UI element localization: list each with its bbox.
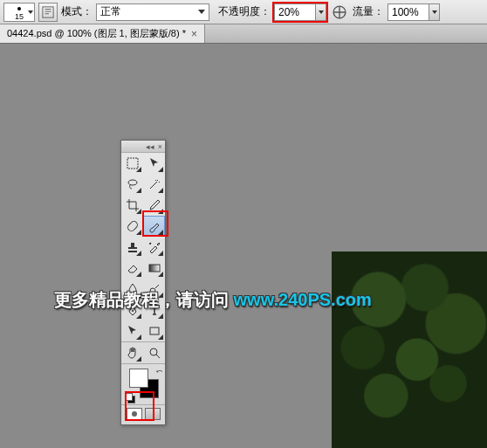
chevron-down-icon <box>28 10 33 14</box>
eyedropper-tool[interactable] <box>143 195 165 216</box>
brush-preset-picker[interactable]: 15 <box>3 3 35 22</box>
blend-mode-select[interactable]: 正常 <box>96 3 209 21</box>
collapse-icon[interactable]: ◂◂ <box>146 142 154 151</box>
eraser-tool[interactable] <box>121 258 143 279</box>
move-tool[interactable] <box>143 153 165 174</box>
tools-grid <box>121 153 165 363</box>
lasso-tool[interactable] <box>121 174 143 195</box>
close-icon[interactable]: × <box>191 28 197 40</box>
screen-mode-row <box>121 405 165 424</box>
magic-wand-tool[interactable] <box>143 174 165 195</box>
document-tab-bar: 04424.psd @ 100% (图层 1, 图层蒙版/8) * × <box>0 24 487 44</box>
magnifier-icon <box>147 346 161 360</box>
chevron-down-icon <box>198 10 205 14</box>
tablet-pressure-icon <box>330 3 349 22</box>
brush-dot-icon <box>17 7 21 10</box>
canvas-area: ◂◂ × ⤺ <box>0 44 487 448</box>
color-swatches[interactable]: ⤺ <box>121 364 167 404</box>
document-tab[interactable]: 04424.psd @ 100% (图层 1, 图层蒙版/8) * × <box>0 24 205 43</box>
screen-mode-toggle[interactable] <box>145 408 161 420</box>
tools-panel-header[interactable]: ◂◂ × <box>121 141 165 153</box>
healing-brush-tool[interactable] <box>121 216 143 237</box>
default-colors-icon[interactable] <box>125 393 134 402</box>
hand-tool[interactable] <box>121 342 143 363</box>
crop-tool[interactable] <box>121 195 143 216</box>
svg-rect-8 <box>150 327 159 334</box>
quickmask-toggle[interactable] <box>127 408 142 420</box>
canvas-image[interactable] <box>332 252 487 448</box>
opacity-label: 不透明度： <box>218 4 271 19</box>
opacity-control: 20% <box>274 3 326 21</box>
watermark-prefix: 更多精品教程，请访问 <box>54 290 234 309</box>
brush-panel-toggle[interactable] <box>38 3 58 22</box>
flow-dropdown[interactable] <box>429 3 440 21</box>
svg-point-3 <box>128 180 137 185</box>
document-tab-title: 04424.psd @ 100% (图层 1, 图层蒙版/8) * <box>7 27 186 40</box>
svg-rect-0 <box>43 6 53 17</box>
blend-mode-value: 正常 <box>100 4 121 19</box>
opacity-value: 20% <box>278 6 299 18</box>
gradient-tool[interactable] <box>143 258 165 279</box>
svg-point-9 <box>150 348 157 355</box>
pressure-opacity-toggle[interactable] <box>330 3 349 22</box>
marquee-tool[interactable] <box>121 153 143 174</box>
svg-rect-5 <box>149 265 160 272</box>
tools-panel: ◂◂ × ⤺ <box>120 140 166 425</box>
clone-stamp-tool[interactable] <box>121 237 143 258</box>
watermark-text: 更多精品教程，请访问 www.240PS.com <box>54 288 372 312</box>
mode-label: 模式： <box>61 4 93 19</box>
foreground-color-swatch[interactable] <box>129 369 148 388</box>
path-selection-tool[interactable] <box>121 320 143 341</box>
brush-panel-icon <box>42 6 54 18</box>
flow-input[interactable]: 100% <box>388 3 429 21</box>
history-brush-tool[interactable] <box>143 237 165 258</box>
flow-value: 100% <box>392 6 419 18</box>
swap-colors-icon[interactable]: ⤺ <box>156 367 163 376</box>
opacity-input[interactable]: 20% <box>274 3 316 21</box>
zoom-tool[interactable] <box>143 342 165 363</box>
opacity-dropdown[interactable] <box>316 3 326 21</box>
shape-tool[interactable] <box>143 320 165 341</box>
brush-size-value: 15 <box>15 12 24 21</box>
brush-tool[interactable] <box>143 216 165 237</box>
close-icon[interactable]: × <box>158 142 162 151</box>
watermark-url: www.240PS.com <box>234 290 372 309</box>
foliage-graphic <box>332 252 487 448</box>
options-bar: 15 模式： 正常 不透明度： 20% 流量： 100% <box>0 0 487 24</box>
flow-label: 流量： <box>353 4 384 19</box>
